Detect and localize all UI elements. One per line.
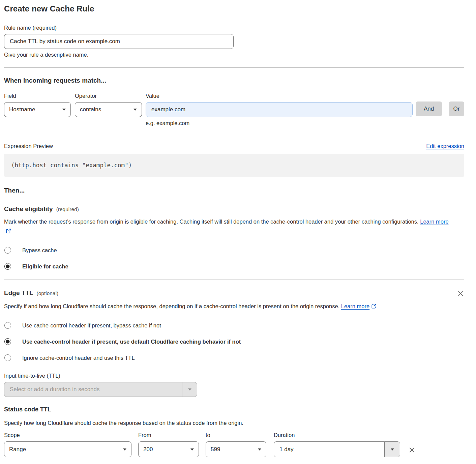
scope-label: Scope [4,432,131,438]
close-icon [458,292,464,297]
radio-option-label: Ignore cache-control header and use this… [22,355,135,361]
match-condition-row: Field Hostname Operator contains Value e… [4,93,464,126]
radio-option-cc-default[interactable]: Use cache-control header if present, use… [4,338,464,345]
value-help: e.g. example.com [146,120,413,126]
radio-option-label: Bypass cache [22,247,57,254]
from-label: From [138,432,199,438]
radio-option-eligible-for-cache[interactable]: Eligible for cache [4,263,464,270]
radio-icon[interactable] [4,322,11,329]
cache-eligibility-description: Mark whether the request’s response from… [4,217,454,236]
field-select[interactable]: Hostname [4,102,71,117]
scope-select[interactable]: Range [4,441,131,457]
to-label: to [206,432,266,438]
external-link-icon [6,227,11,236]
and-button[interactable]: And [416,102,442,116]
edge-ttl-close-button[interactable] [457,290,464,298]
operator-select[interactable]: contains [75,102,142,117]
duration-combobox[interactable]: 1 day [274,441,400,457]
edge-ttl-description-text: Specify if and how long Cloudflare shoul… [4,303,341,309]
status-code-ttl-row: Scope Range From 200 to 599 Duration 1 d… [4,432,464,457]
radio-option-label: Eligible for cache [22,263,68,270]
rule-name-input[interactable] [4,34,234,49]
edge-ttl-description: Specify if and how long Cloudflare shoul… [4,301,454,312]
radio-option-ignore-cc[interactable]: Ignore cache-control header and use this… [4,354,464,361]
triangle-glyph [391,448,394,451]
ttl-select-placeholder: Select or add a duration in seconds [4,382,182,397]
radio-icon[interactable] [4,247,11,254]
radio-option-label: Use cache-control header if present, byp… [22,322,161,329]
to-select-value: 599 [211,446,220,453]
radio-icon[interactable] [4,354,11,361]
duration-label: Duration [274,432,400,438]
cache-eligibility-description-text: Mark whether the request’s response from… [4,219,420,225]
edit-expression-link[interactable]: Edit expression [426,143,464,149]
value-input[interactable] [146,102,413,117]
operator-select-value: contains [80,106,101,113]
to-select[interactable]: 599 [206,441,266,457]
expression-preview-code: (http.host contains "example.com") [4,154,464,177]
status-code-ttl-description: Specify how long Cloudflare should cache… [4,418,454,428]
cache-eligibility-heading: Cache eligibility [4,205,53,213]
chevron-down-icon [123,448,126,451]
close-icon [409,449,415,454]
from-select-value: 200 [143,446,153,453]
required-note: (required) [56,206,79,212]
section-divider [4,279,464,280]
section-divider [4,67,464,68]
chevron-down-icon[interactable] [182,382,197,397]
from-select[interactable]: 200 [138,441,199,457]
duration-value: 1 day [274,442,384,457]
expression-preview-label: Expression Preview [4,143,53,149]
field-label: Field [4,93,71,99]
edge-ttl-heading: Edge TTL [4,289,33,297]
operator-label: Operator [75,93,142,99]
radio-option-cc-bypass[interactable]: Use cache-control header if present, byp… [4,322,464,329]
radio-option-bypass-cache[interactable]: Bypass cache [4,247,464,254]
chevron-down-icon [62,109,66,111]
radio-option-label: Use cache-control header if present, use… [22,339,241,345]
rule-name-label: Rule name (required) [4,25,464,31]
optional-note: (optional) [37,290,59,296]
value-label: Value [146,93,413,99]
external-link-icon [371,302,377,312]
page-title: Create new Cache Rule [4,4,464,13]
radio-icon-selected[interactable] [4,263,11,270]
chevron-down-icon [133,109,137,111]
chevron-down-icon [258,448,261,451]
chevron-down-icon [190,448,194,451]
field-select-value: Hostname [9,106,35,113]
radio-icon-selected[interactable] [4,338,11,345]
scope-select-value: Range [9,446,26,453]
or-button[interactable]: Or [449,102,464,116]
chevron-down-icon[interactable] [384,442,400,457]
match-heading: When incoming requests match... [4,77,464,84]
remove-status-code-rule-button[interactable] [408,446,416,455]
status-code-ttl-heading: Status code TTL [4,406,464,413]
ttl-duration-select[interactable]: Select or add a duration in seconds [4,382,197,397]
learn-more-link[interactable]: Learn more [341,303,369,309]
triangle-glyph [188,388,191,390]
ttl-input-label: Input time-to-live (TTL) [4,373,464,379]
then-heading: Then... [4,187,464,194]
learn-more-link[interactable]: Learn more [420,219,448,225]
rule-name-help: Give your rule a descriptive name. [4,52,464,58]
